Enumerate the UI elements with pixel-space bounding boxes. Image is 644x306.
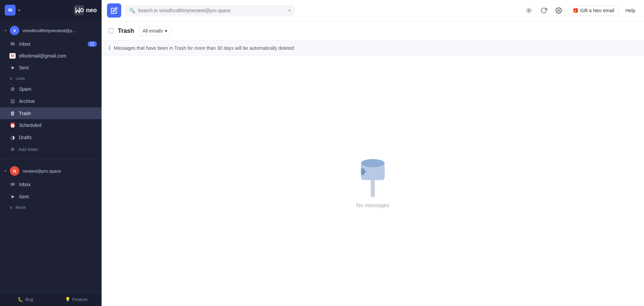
add-folder-label: Add folder: [18, 147, 38, 152]
inbox-label-2: Inbox: [19, 182, 30, 187]
neo-logo-svg: [74, 5, 84, 15]
spam-icon: ⊘: [9, 86, 16, 92]
search-bar: 🔍 ▾: [125, 5, 295, 16]
feature-label: Feature: [72, 297, 88, 302]
filter-chevron-icon: ▾: [165, 28, 167, 34]
sidebar-item-sent-2[interactable]: ➤ Sent: [0, 191, 102, 203]
filter-label: All emails: [143, 28, 163, 34]
inbox-label: Inbox: [19, 41, 30, 47]
account-email-2: neotest@pro.space: [23, 169, 61, 174]
sidebar-item-add-folder[interactable]: ⊕ Add folder: [0, 144, 102, 155]
archive-label: Archive: [19, 99, 35, 104]
sidebar-item-inbox[interactable]: ✉ Inbox 21: [0, 38, 102, 50]
sidebar-item-archive[interactable]: ⊡ Archive: [0, 95, 102, 107]
empty-mailbox-illustration: [352, 153, 393, 197]
account-email-1: vinodhcidthirtyneotest@p...: [23, 28, 76, 33]
bug-button[interactable]: 🐛 Bug: [0, 293, 51, 306]
bug-icon: 🐛: [18, 297, 23, 302]
page-title: Trash: [118, 27, 134, 35]
sidebar-divider: [0, 159, 102, 159]
inbox-icon-2: ✉: [9, 181, 16, 188]
empty-state: No messages: [102, 56, 644, 306]
more-label: More: [16, 205, 26, 210]
topbar: 🔍 ▾: [102, 0, 644, 21]
sidebar-item-scheduled[interactable]: ⏰ Scheduled: [0, 119, 102, 131]
compose-button[interactable]: [107, 3, 121, 18]
sent-icon: ➤: [9, 65, 16, 71]
filter-dropdown[interactable]: All emails ▾: [138, 26, 172, 36]
chevron-up-icon: ∧: [9, 76, 13, 81]
sent-icon-2: ➤: [9, 194, 16, 200]
topbar-actions: 🎁 Gift a Neo email Help: [523, 4, 639, 17]
search-input[interactable]: [138, 8, 286, 13]
neo-logo: neo: [74, 5, 97, 15]
scheduled-icon: ⏰: [9, 122, 16, 128]
spam-label: Spam: [19, 86, 31, 92]
drafts-label: Drafts: [19, 135, 31, 140]
sidebar: ✉ ▼ neo ▾ V vinodhcidthirtyneotest@p... …: [0, 0, 102, 306]
sidebar-item-spam[interactable]: ⊘ Spam: [0, 83, 102, 95]
dropdown-arrow-icon: ▼: [18, 8, 21, 12]
sidebar-item-inbox-2[interactable]: ✉ Inbox: [0, 178, 102, 191]
svg-point-1: [528, 10, 530, 12]
info-banner: ℹ Messages that have been in Trash for m…: [102, 41, 644, 56]
settings-button[interactable]: [553, 4, 565, 17]
gmail-label: sflockmail@gmail.com: [19, 53, 66, 59]
refresh-button[interactable]: [538, 4, 550, 17]
gift-icon: 🎁: [573, 8, 578, 13]
select-all-checkbox[interactable]: [108, 28, 114, 34]
account-header-1[interactable]: ▾ V vinodhcidthirtyneotest@p...: [0, 23, 102, 38]
account-header-2[interactable]: ▾ N neotest@pro.space: [0, 163, 102, 178]
sidebar-item-drafts[interactable]: ◑ Drafts: [0, 131, 102, 144]
svg-point-2: [527, 8, 531, 13]
bottom-bar: 🐛 Bug 💡 Feature: [0, 292, 102, 306]
content-area: Trash All emails ▾ ℹ Messages that have …: [102, 21, 644, 306]
inbox-badge: 21: [88, 41, 97, 47]
chevron-down-icon-1: ▾: [5, 29, 6, 32]
focus-mode-button[interactable]: [523, 4, 535, 17]
trash-icon: 🗑: [9, 110, 16, 116]
chevron-down-icon-more: ∨: [9, 205, 13, 210]
svg-point-6: [361, 159, 385, 167]
sidebar-item-sent[interactable]: ➤ Sent: [0, 62, 102, 74]
sent-label: Sent: [19, 65, 29, 70]
svg-rect-4: [371, 178, 375, 197]
info-message: Messages that have been in Trash for mor…: [114, 45, 294, 51]
less-label: Less: [16, 76, 25, 81]
svg-point-3: [558, 10, 559, 12]
gmail-icon: M: [9, 53, 16, 59]
gift-label: Gift a Neo email: [580, 8, 614, 13]
svg-rect-0: [74, 5, 84, 15]
sent-label-2: Sent: [19, 194, 29, 199]
avatar-1: V: [10, 26, 19, 35]
account-section-1: ▾ V vinodhcidthirtyneotest@p... ✉ Inbox …: [0, 20, 102, 158]
svg-point-8: [363, 170, 366, 173]
inbox-icon: ✉: [9, 41, 16, 47]
help-label: Help: [625, 8, 635, 13]
bug-label: Bug: [25, 297, 33, 302]
account-dropdown[interactable]: ✉ ▼: [5, 5, 70, 16]
sidebar-less-toggle[interactable]: ∧ Less: [0, 74, 102, 83]
feature-icon: 💡: [65, 297, 70, 302]
sidebar-header: ✉ ▼ neo: [0, 0, 102, 20]
archive-icon: ⊡: [9, 98, 16, 104]
avatar-2: N: [10, 166, 19, 176]
add-folder-icon: ⊕: [9, 146, 16, 152]
sidebar-item-trash[interactable]: 🗑 Trash: [0, 107, 102, 119]
account-badge-icon: ✉: [5, 5, 16, 16]
search-icon: 🔍: [129, 8, 135, 13]
info-icon: ℹ: [108, 45, 110, 51]
drafts-icon: ◑: [9, 134, 16, 140]
search-filter-dropdown[interactable]: ▾: [288, 8, 291, 13]
empty-message: No messages: [356, 202, 389, 209]
feature-button[interactable]: 💡 Feature: [51, 293, 102, 306]
neo-logo-text: neo: [86, 7, 97, 14]
content-header: Trash All emails ▾: [102, 21, 644, 41]
help-button[interactable]: Help: [622, 6, 639, 15]
sidebar-more-toggle[interactable]: ∨ More: [0, 203, 102, 212]
gift-neo-email-button[interactable]: 🎁 Gift a Neo email: [567, 5, 619, 16]
account-section-2: ▾ N neotest@pro.space ✉ Inbox ➤ Sent ∨ M…: [0, 161, 102, 215]
chevron-down-icon-2: ▾: [5, 169, 6, 173]
sidebar-item-gmail[interactable]: M sflockmail@gmail.com: [0, 50, 102, 62]
trash-label: Trash: [19, 111, 31, 116]
